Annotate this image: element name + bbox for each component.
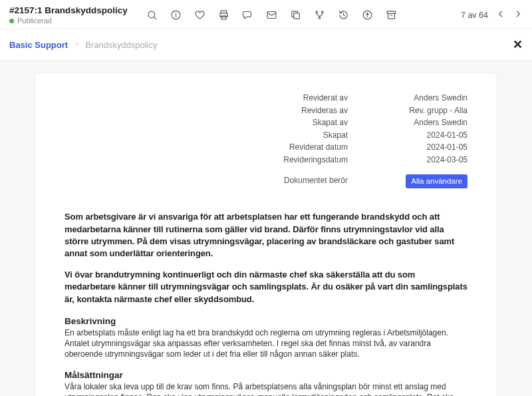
info-icon[interactable] bbox=[170, 9, 182, 21]
heart-icon[interactable] bbox=[194, 9, 206, 21]
intro-paragraph: Vi övar brandutrymning kontinuerligt och… bbox=[65, 269, 467, 305]
copy-icon[interactable] bbox=[290, 9, 302, 21]
status-text: Publicerad bbox=[17, 17, 52, 25]
meta-affects-row: Dokumentet berör Alla användare bbox=[215, 174, 467, 189]
close-icon[interactable]: ✕ bbox=[513, 37, 523, 52]
pager: 7 av 64 bbox=[461, 9, 523, 21]
breadcrumb-current: Brandskyddspolicy bbox=[85, 40, 157, 50]
meta-row: Revideras avRev. grupp - Alla bbox=[215, 104, 467, 117]
pager-prev[interactable] bbox=[496, 9, 505, 21]
search-icon[interactable] bbox=[146, 9, 158, 21]
history-icon[interactable] bbox=[338, 9, 350, 21]
breadcrumb-root[interactable]: Basic Support bbox=[9, 40, 68, 50]
chat-icon[interactable] bbox=[242, 9, 254, 21]
svg-rect-7 bbox=[221, 16, 226, 19]
document-title: #2157:1 Brandskyddspolicy bbox=[9, 5, 128, 15]
intro-paragraph: Som arbetsgivare är vi ansvariga för att… bbox=[65, 211, 467, 260]
svg-rect-15 bbox=[387, 11, 396, 14]
upload-icon[interactable] bbox=[362, 9, 374, 21]
page-canvas: Reviderat avAnders Swedin Revideras avRe… bbox=[0, 61, 532, 396]
section-paragraph: En arbetsplats måste enligt lag ha ett b… bbox=[65, 327, 467, 360]
document-body: Som arbetsgivare är vi ansvariga för att… bbox=[65, 211, 467, 396]
svg-rect-8 bbox=[267, 12, 276, 19]
svg-point-4 bbox=[176, 13, 176, 13]
meta-row: Revideringsdatum2024-03-05 bbox=[215, 154, 467, 166]
section-heading: Beskrivning bbox=[65, 316, 467, 326]
pager-text: 7 av 64 bbox=[461, 11, 488, 20]
status-dot-icon bbox=[9, 19, 14, 23]
pager-next[interactable] bbox=[513, 9, 523, 21]
svg-line-1 bbox=[154, 17, 156, 19]
branch-icon[interactable] bbox=[314, 9, 326, 21]
svg-point-0 bbox=[148, 11, 155, 18]
meta-row: Skapat avAnders Swedin bbox=[215, 116, 467, 129]
title-block: #2157:1 Brandskyddspolicy Publicerad bbox=[9, 5, 128, 25]
meta-row: Reviderat avAnders Swedin bbox=[215, 92, 467, 104]
meta-row: Reviderat datum2024-01-05 bbox=[215, 141, 467, 154]
breadcrumb: Basic Support Brandskyddspolicy ✕ bbox=[0, 29, 532, 61]
archive-icon[interactable] bbox=[386, 9, 398, 21]
mail-icon[interactable] bbox=[266, 9, 278, 21]
meta-row: Skapat2024-01-05 bbox=[215, 129, 467, 142]
affects-badge: Alla användare bbox=[406, 174, 467, 189]
toolbar bbox=[146, 9, 398, 21]
meta-block: Reviderat avAnders Swedin Revideras avRe… bbox=[215, 92, 467, 188]
svg-rect-9 bbox=[294, 13, 300, 19]
section-paragraph: Våra lokaler ska leva upp till de krav s… bbox=[65, 381, 467, 396]
chevron-right-icon bbox=[73, 40, 80, 50]
section-heading: Målsättningar bbox=[65, 370, 467, 380]
document-sheet: Reviderat avAnders Swedin Revideras avRe… bbox=[35, 73, 497, 396]
topbar: #2157:1 Brandskyddspolicy Publicerad 7 a… bbox=[0, 0, 532, 29]
status-row: Publicerad bbox=[9, 17, 128, 25]
print-icon[interactable] bbox=[218, 9, 230, 21]
